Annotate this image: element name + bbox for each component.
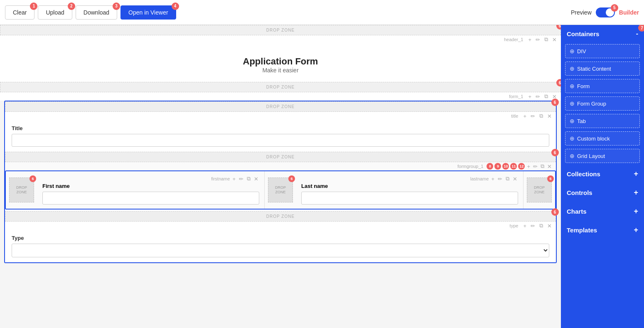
open-viewer-button[interactable]: Open in Viewer 4 bbox=[120, 5, 176, 20]
title-input[interactable] bbox=[12, 134, 549, 147]
middle-drop-zone-col: 6 DROPZONE bbox=[265, 171, 296, 209]
sidebar-item-div[interactable]: ⊕ DIV bbox=[565, 44, 640, 58]
title-label: Title bbox=[12, 125, 549, 131]
upload-label: Upload bbox=[46, 9, 64, 16]
static-plus-icon: ⊕ bbox=[570, 65, 575, 72]
sidebar-item-grid-layout[interactable]: ⊕ Grid Layout bbox=[565, 149, 640, 163]
open-viewer-badge: 4 bbox=[172, 2, 179, 10]
formgroup-drop-zone[interactable]: DROP ZONE 6 bbox=[5, 152, 556, 162]
type-drop-zone[interactable]: DROP ZONE 6 bbox=[5, 211, 556, 222]
title-drop-zone[interactable]: DROP ZONE 6 bbox=[5, 101, 556, 112]
title-section: title + ✏ ⧉ ✕ Title bbox=[5, 112, 556, 152]
toolbar: Clear 1 Upload 2 Download 3 Open in View… bbox=[0, 0, 644, 25]
header-edit-btn[interactable]: ✏ bbox=[535, 37, 541, 43]
type-section: type + ✏ ⧉ ✕ Type bbox=[5, 222, 556, 262]
header-copy-btn[interactable]: ⧉ bbox=[543, 36, 549, 43]
collections-header[interactable]: Collections + bbox=[561, 165, 644, 183]
title-add-btn[interactable]: + bbox=[522, 113, 527, 119]
fg-edit-btn[interactable]: ✏ bbox=[532, 163, 538, 170]
cb-plus-icon: ⊕ bbox=[570, 135, 575, 142]
type-add-btn[interactable]: + bbox=[522, 223, 527, 229]
toggle-badge: 5 bbox=[611, 4, 618, 12]
cb-label: Custom block bbox=[577, 136, 610, 142]
header-delete-btn[interactable]: ✕ bbox=[551, 37, 558, 43]
lastname-edit-bar: lastname + ✏ ⧉ ✕ bbox=[301, 175, 518, 182]
badge-11: 11 bbox=[510, 163, 517, 170]
lastname-section-name: lastname bbox=[470, 176, 489, 181]
ln-delete-btn[interactable]: ✕ bbox=[512, 176, 518, 182]
right-drop-zone-sm[interactable]: 6 DROPZONE bbox=[527, 178, 552, 202]
drop-zone-label: DROP ZONE bbox=[266, 28, 295, 32]
badge-8: 8 bbox=[487, 163, 493, 170]
fn-add-btn[interactable]: + bbox=[231, 176, 236, 182]
sidebar-item-static-content[interactable]: ⊕ Static Content bbox=[565, 62, 640, 76]
left-drop-zone-sm[interactable]: 6 DROPZONE bbox=[9, 178, 34, 202]
templates-header[interactable]: Templates + bbox=[561, 221, 644, 239]
ln-copy-btn[interactable]: ⧉ bbox=[505, 175, 510, 182]
type-edit-btn[interactable]: ✏ bbox=[530, 223, 536, 229]
header-section: header_1 + ✏ ⧉ ✕ Application Form Make i… bbox=[0, 35, 561, 82]
form-copy-btn[interactable]: ⧉ bbox=[543, 93, 549, 100]
upload-button[interactable]: Upload 2 bbox=[38, 5, 72, 20]
firstname-input[interactable] bbox=[42, 192, 259, 205]
type-select[interactable] bbox=[12, 244, 549, 257]
ldz-badge: 6 bbox=[29, 175, 36, 182]
sidebar-item-tab[interactable]: ⊕ Tab bbox=[565, 114, 640, 128]
title-dz-badge: 6 bbox=[551, 99, 559, 106]
fn-copy-btn[interactable]: ⧉ bbox=[246, 175, 251, 182]
form-edit-btn[interactable]: ✏ bbox=[535, 94, 541, 100]
containers-header[interactable]: Containers - 7 bbox=[561, 25, 644, 42]
download-badge: 3 bbox=[113, 2, 120, 10]
sidebar-item-form-group[interactable]: ⊕ Form Group bbox=[565, 96, 640, 111]
controls-header[interactable]: Controls + bbox=[561, 183, 644, 202]
download-button[interactable]: Download 3 bbox=[76, 5, 117, 20]
clear-button[interactable]: Clear 1 bbox=[5, 5, 34, 20]
type-copy-btn[interactable]: ⧉ bbox=[538, 222, 544, 229]
rdz-label: DROPZONE bbox=[534, 185, 545, 195]
header-content: Application Form Make it easier bbox=[0, 44, 561, 82]
charts-label: Charts bbox=[567, 208, 587, 215]
left-drop-zone-col: 6 DROPZONE bbox=[6, 171, 37, 209]
fn-delete-btn[interactable]: ✕ bbox=[253, 176, 259, 182]
type-delete-btn[interactable]: ✕ bbox=[546, 223, 553, 229]
header-add-btn[interactable]: + bbox=[527, 37, 532, 43]
top-drop-zone[interactable]: DROP ZONE 6 bbox=[0, 25, 561, 35]
lastname-label: Last name bbox=[301, 183, 518, 189]
fg-plus-icon: ⊕ bbox=[570, 100, 575, 107]
firstname-section-name: firstname bbox=[211, 176, 230, 181]
fg-copy-btn[interactable]: ⧉ bbox=[540, 163, 545, 170]
tab-plus-icon: ⊕ bbox=[570, 118, 575, 124]
title-copy-btn[interactable]: ⧉ bbox=[538, 113, 544, 119]
fg-label: Form Group bbox=[577, 101, 606, 107]
type-dz-badge: 6 bbox=[551, 208, 559, 216]
fg-dz-label: DROP ZONE bbox=[266, 155, 295, 159]
gl-label: Grid Layout bbox=[577, 153, 605, 159]
formgroup-container: 6 DROPZONE firstname + ✏ ⧉ ✕ Fi bbox=[5, 170, 556, 210]
charts-header[interactable]: Charts + bbox=[561, 202, 644, 221]
form-section-name: form_1 bbox=[509, 94, 523, 99]
form-add-btn[interactable]: + bbox=[527, 94, 532, 100]
containers-label: Containers bbox=[567, 30, 599, 37]
middle-drop-zone-sm[interactable]: 6 DROPZONE bbox=[268, 178, 293, 202]
fg-add-btn[interactable]: + bbox=[526, 163, 531, 170]
lastname-input[interactable] bbox=[301, 192, 518, 205]
preview-builder-toggle[interactable]: 5 bbox=[596, 7, 615, 17]
fg-delete-btn[interactable]: ✕ bbox=[546, 163, 553, 170]
type-section-name: type bbox=[510, 223, 519, 228]
ln-edit-btn[interactable]: ✏ bbox=[497, 176, 503, 182]
containers-toggle: - bbox=[636, 30, 638, 37]
sidebar-item-form[interactable]: ⊕ Form bbox=[565, 79, 640, 93]
title-delete-btn[interactable]: ✕ bbox=[546, 113, 553, 119]
title-edit-btn[interactable]: ✏ bbox=[530, 113, 536, 119]
upload-badge: 2 bbox=[68, 2, 75, 10]
app-subtitle: Make it easier bbox=[8, 67, 553, 74]
fg-dz-badge: 6 bbox=[551, 149, 559, 156]
sidebar-item-custom-block[interactable]: ⊕ Custom block bbox=[565, 131, 640, 146]
middle-drop-zone[interactable]: DROP ZONE 6 bbox=[0, 82, 561, 92]
form-label: Form bbox=[577, 83, 590, 89]
fn-edit-btn[interactable]: ✏ bbox=[238, 176, 244, 182]
top-dz-badge: 6 bbox=[556, 25, 561, 30]
collections-toggle: + bbox=[634, 170, 638, 178]
ldz-label: DROPZONE bbox=[16, 185, 27, 195]
ln-add-btn[interactable]: + bbox=[490, 176, 495, 182]
